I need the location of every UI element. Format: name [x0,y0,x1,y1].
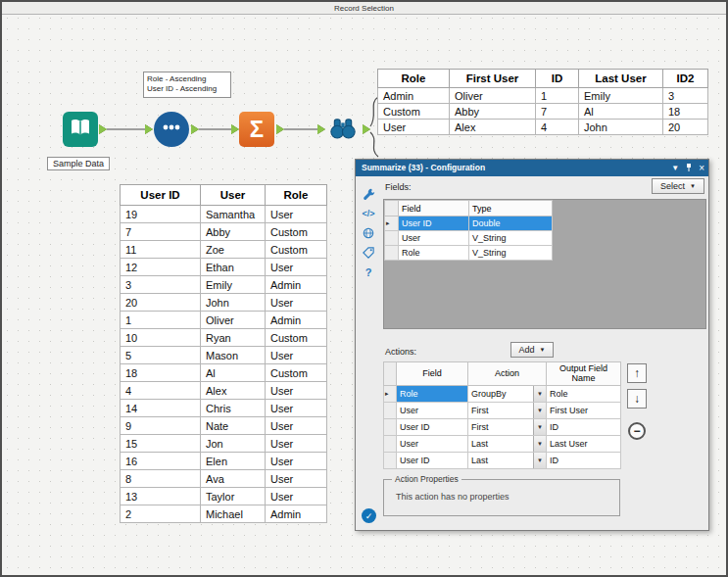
field-row[interactable]: ▸User IDDouble [385,216,553,231]
sort-tool[interactable] [154,112,189,147]
sort-annotation[interactable]: Role - Ascending User ID - Ascending [143,72,231,98]
sort-dots-icon [159,115,184,144]
table-row: 2MichaelAdmin [121,505,327,523]
action-dropdown[interactable]: Last▼ [468,436,546,452]
output-field-cell[interactable]: Role [547,386,621,403]
row-selector[interactable] [384,436,397,453]
close-icon[interactable]: × [699,163,704,173]
action-dropdown[interactable]: First▼ [468,403,546,418]
action-row[interactable]: UserLast▼Last User [384,436,621,453]
code-icon[interactable]: </> [361,206,376,221]
sigma-icon: Σ [250,116,264,143]
action-row[interactable]: User IDLast▼ID [384,453,621,469]
action-row[interactable]: User IDFirst▼ID [384,419,621,436]
fields-area: FieldType▸User IDDoubleUserV_StringRoleV… [383,199,706,329]
table-cell: User [266,206,327,223]
action-field-cell[interactable]: User [397,436,468,453]
summarize-tool[interactable]: Σ [239,112,274,147]
row-selector[interactable] [384,419,397,436]
table-cell: 13 [121,488,201,505]
grid-cell[interactable]: Role [399,246,469,261]
table-cell: Samantha [201,206,266,223]
tag-icon[interactable] [361,245,376,261]
grid-cell[interactable]: Double [469,216,553,231]
chevron-down-icon[interactable]: ▼ [533,403,546,418]
action-dropdown-cell[interactable]: GroupBy▼ [468,386,547,403]
pin-icon[interactable] [685,163,693,174]
row-selector[interactable]: ▸ [385,216,399,231]
grid-cell[interactable]: User ID [399,216,469,231]
action-dropdown-cell[interactable]: First▼ [468,419,547,436]
chevron-down-icon[interactable]: ▼ [533,436,546,452]
table-cell: Custom [378,104,450,120]
output-anchor[interactable] [191,124,199,134]
output-field-cell[interactable]: ID [547,419,621,436]
help-icon[interactable]: ? [361,264,376,280]
chevron-down-icon[interactable]: ▼ [533,386,546,402]
output-field-cell[interactable]: ID [547,453,621,469]
table-cell: Ryan [201,329,266,347]
table-cell: User [266,259,327,276]
grid-cell[interactable]: V_String [469,246,553,261]
grid-cell[interactable]: V_String [469,231,553,246]
input-anchor[interactable] [231,124,239,134]
tool-annotation[interactable]: Sample Data [47,157,110,170]
input-data-tool[interactable] [63,112,98,147]
grid-cell[interactable]: User [399,231,469,246]
add-button[interactable]: Add ▼ [510,342,554,358]
field-row[interactable]: UserV_String [385,231,553,246]
action-field-cell[interactable]: User ID [397,453,468,469]
row-selector[interactable] [385,246,399,261]
action-field-cell[interactable]: User ID [397,419,468,436]
field-row[interactable]: RoleV_String [385,246,553,261]
browse-tool[interactable] [325,112,361,147]
row-selector[interactable]: ▸ [384,386,397,403]
action-dropdown[interactable]: First▼ [468,419,546,435]
binoculars-icon [328,113,358,146]
table-cell: Al [579,104,663,120]
table-cell: User [266,382,327,400]
action-row[interactable]: UserFirst▼First User [384,403,621,419]
panel-titlebar[interactable]: Summarize (33) - Configuration [356,160,708,176]
table-cell: Custom [266,223,327,241]
output-anchor[interactable] [363,124,370,134]
row-selector[interactable] [384,453,397,469]
select-button[interactable]: Select ▼ [652,178,704,194]
output-field-cell[interactable]: First User [547,403,621,419]
action-row[interactable]: ▸RoleGroupBy▼Role [384,386,621,403]
action-dropdown[interactable]: Last▼ [468,453,546,468]
input-anchor[interactable] [317,124,325,134]
table-row: 18AlCustom [121,364,327,382]
move-up-button[interactable]: ↑ [627,363,647,383]
table-cell: 4 [121,382,201,400]
chevron-down-icon[interactable]: ▼ [533,419,546,435]
table-cell: John [579,120,663,135]
row-selector[interactable] [385,231,399,246]
wrench-icon[interactable] [361,186,376,202]
output-anchor[interactable] [99,124,107,134]
output-field-cell[interactable]: Last User [547,436,621,453]
remove-action-button[interactable]: − [628,422,646,440]
table-cell: User [266,400,327,417]
table-cell: Oliver [450,88,536,104]
table-cell: 10 [121,329,201,347]
column-header: First User [450,70,536,88]
chevron-down-icon[interactable]: ▼ [533,453,546,468]
table-row: 20JohnUser [121,294,327,312]
action-properties-group: Action Properties This action has no pro… [383,479,620,516]
action-dropdown[interactable]: GroupBy▼ [468,386,546,402]
action-field-cell[interactable]: User [397,403,468,419]
action-dropdown-cell[interactable]: Last▼ [468,436,547,453]
action-dropdown-cell[interactable]: First▼ [468,403,547,419]
output-anchor[interactable] [276,124,284,134]
table-row: 1OliverAdmin [121,312,327,329]
row-selector[interactable] [384,403,397,419]
table-cell: 3 [121,276,201,294]
table-cell: 5 [121,347,201,364]
action-dropdown-cell[interactable]: Last▼ [468,453,547,469]
move-down-button[interactable]: ↓ [627,389,647,409]
input-anchor[interactable] [145,124,153,134]
globe-icon[interactable] [361,225,376,241]
action-field-cell[interactable]: Role [397,386,468,403]
chevron-down-icon[interactable]: ▼ [671,164,679,172]
